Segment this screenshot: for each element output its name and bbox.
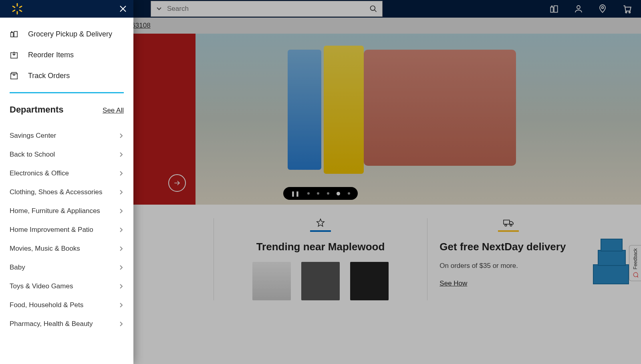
chevron-right-icon <box>119 284 124 289</box>
walmart-spark-icon[interactable] <box>10 2 24 16</box>
chevron-right-icon <box>119 190 124 195</box>
quicklink-grocery-label: Grocery Pickup & Delivery <box>28 30 112 38</box>
chevron-right-icon <box>119 322 124 326</box>
chevron-right-icon <box>119 246 124 251</box>
departments-list: Savings CenterBack to SchoolElectronics … <box>10 126 124 333</box>
chevron-right-icon <box>119 133 124 138</box>
department-item[interactable]: Toys & Video Games <box>10 277 124 296</box>
department-item-label: Baby <box>10 263 25 271</box>
quicklink-reorder[interactable]: Reorder Items <box>10 50 124 59</box>
drawer-close-button[interactable] <box>118 4 128 14</box>
departments-header: Departments See All <box>10 105 124 115</box>
svg-rect-15 <box>17 3 18 6</box>
drawer-header <box>0 0 133 18</box>
department-item-label: Home, Furniture & Appliances <box>10 207 100 215</box>
departments-heading: Departments <box>10 105 63 115</box>
quicklink-reorder-label: Reorder Items <box>28 51 74 59</box>
chevron-right-icon <box>119 152 124 157</box>
drawer-divider <box>10 92 124 93</box>
chevron-right-icon <box>119 227 124 232</box>
department-item[interactable]: Electronics & Office <box>10 164 124 183</box>
chevron-right-icon <box>119 303 124 308</box>
svg-rect-16 <box>17 11 18 14</box>
department-item-label: Pharmacy, Health & Beauty <box>10 320 93 328</box>
svg-rect-22 <box>11 74 18 79</box>
quicklink-track-label: Track Orders <box>28 72 70 80</box>
grocery-bag-icon <box>10 30 18 38</box>
svg-rect-17 <box>19 6 22 8</box>
department-item-label: Savings Center <box>10 132 56 140</box>
svg-rect-20 <box>19 10 22 12</box>
svg-rect-18 <box>12 10 16 12</box>
package-icon <box>10 71 18 80</box>
department-item[interactable]: Movies, Music & Books <box>10 239 124 258</box>
nav-drawer: Grocery Pickup & Delivery Reorder Items … <box>0 0 133 364</box>
department-item-label: Food, Household & Pets <box>10 301 83 309</box>
chevron-right-icon <box>119 209 124 213</box>
department-item-label: Back to School <box>10 151 55 159</box>
chevron-right-icon <box>119 265 124 270</box>
department-item-label: Home Improvement & Patio <box>10 226 93 234</box>
department-item[interactable]: Pharmacy, Health & Beauty <box>10 314 124 333</box>
departments-see-all[interactable]: See All <box>103 107 124 115</box>
quicklink-track[interactable]: Track Orders <box>10 71 124 80</box>
department-item[interactable]: Food, Household & Pets <box>10 296 124 314</box>
department-item[interactable]: Clothing, Shoes & Accessories <box>10 183 124 201</box>
department-item-label: Movies, Music & Books <box>10 245 80 253</box>
department-item-label: Electronics & Office <box>10 169 69 177</box>
reorder-icon <box>10 50 18 59</box>
department-item-label: Toys & Video Games <box>10 282 73 290</box>
close-icon <box>118 4 128 14</box>
department-item[interactable]: Savings Center <box>10 126 124 145</box>
department-item[interactable]: Home Improvement & Patio <box>10 220 124 239</box>
chevron-right-icon <box>119 171 124 176</box>
svg-rect-19 <box>12 6 16 8</box>
department-item[interactable]: Baby <box>10 258 124 277</box>
department-item[interactable]: Home, Furniture & Appliances <box>10 201 124 220</box>
department-item[interactable]: Back to School <box>10 145 124 164</box>
drawer-body: Grocery Pickup & Delivery Reorder Items … <box>0 18 133 333</box>
department-item-label: Clothing, Shoes & Accessories <box>10 188 103 196</box>
quicklink-grocery[interactable]: Grocery Pickup & Delivery <box>10 30 124 38</box>
